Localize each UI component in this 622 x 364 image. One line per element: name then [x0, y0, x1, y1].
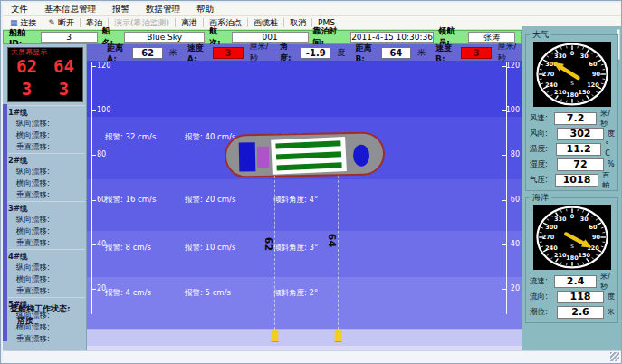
- pressure-value: 1018: [555, 174, 598, 187]
- cable-1-item-1: 横向漂移:: [8, 129, 85, 141]
- alarm-threshold-a: 报警: 32 cm/s: [105, 132, 185, 143]
- cable-4-item-2: 垂直漂移:: [8, 285, 85, 297]
- cable-section-1: 1#缆纵向漂移:横向漂移:垂直漂移:: [8, 105, 85, 153]
- cable-header-1: 1#缆: [8, 107, 85, 118]
- svg-text:90: 90: [592, 71, 600, 78]
- tick-label-right: 120: [506, 62, 520, 70]
- cable-1-item-0: 纵向漂移:: [8, 118, 85, 129]
- svg-text:30: 30: [579, 216, 588, 223]
- toolbar-label: 演示(靠泊监测): [114, 17, 169, 29]
- distance-a-unit: 米: [169, 47, 177, 59]
- speed-b-value: 3: [461, 47, 491, 59]
- display-value-speed-a: 3: [8, 78, 45, 101]
- menu-item-2[interactable]: 报警: [104, 3, 138, 16]
- toolbar-separator: [43, 18, 43, 27]
- big-screen-display: 大屏幕显示 62 64 3 3: [7, 47, 83, 102]
- current-speed-row: 流速:2.4米/秒: [528, 273, 616, 289]
- cable-3-item-2: 垂直漂移:: [8, 237, 85, 249]
- wind-speed-value: 7.2: [554, 112, 597, 125]
- display-value-speed-b: 3: [45, 78, 82, 101]
- tilt-angle-threshold: 倾斜角度: 4°: [273, 195, 318, 204]
- toolbar-cancel[interactable]: 取消: [285, 17, 311, 29]
- menu-item-4[interactable]: 帮助: [188, 3, 222, 16]
- svg-text:270: 270: [541, 234, 554, 241]
- y-axis-left: [91, 62, 92, 314]
- distance-line-a: [274, 176, 275, 330]
- tick-label-left: 100: [97, 107, 110, 114]
- ocean-group-title: 海洋: [530, 193, 551, 202]
- cable-5-item-2: 垂直漂移:: [8, 333, 85, 345]
- wind-speed-unit: 米/秒: [600, 109, 616, 129]
- alarm-threshold-b: 报警: 10 cm/s: [185, 243, 273, 254]
- ocean-group: 海洋 0306090120150180210240270300330S 流速:2…: [525, 197, 618, 323]
- toolbar-label: 离港: [181, 17, 197, 29]
- cable-4-item-0: 纵向漂移:: [8, 262, 85, 273]
- cable-section-4: 4#缆纵向漂移:横向漂移:垂直漂移:: [8, 249, 85, 297]
- toolbar-label: 断开: [58, 17, 74, 29]
- wind-compass-gauge: 0306090120150180210240270300330S: [533, 42, 611, 107]
- tick-label-left: 120: [97, 62, 110, 70]
- ship-name-value[interactable]: Blue Sky: [124, 32, 204, 43]
- tick-mark-right: [502, 244, 506, 245]
- svg-text:210: 210: [554, 89, 567, 96]
- ship-id-value[interactable]: 3: [41, 32, 98, 43]
- chart-band-5: [87, 277, 522, 329]
- display-value-distance-a: 62: [8, 55, 45, 78]
- svg-text:210: 210: [554, 252, 567, 259]
- weather-group: 大气 0306090120150180210240270300330S 风速:7…: [525, 34, 618, 191]
- svg-text:180: 180: [566, 91, 579, 99]
- resize-grip[interactable]: [610, 352, 619, 361]
- svg-text:60: 60: [589, 61, 597, 68]
- cable-2-item-1: 横向漂移:: [8, 177, 85, 189]
- toolbar-separator: [283, 18, 284, 27]
- current-direction-unit: 度: [608, 292, 615, 302]
- tick-mark-left: [92, 66, 96, 67]
- alarm-row-3: 报警: 4 cm/s报警: 5 cm/s倾斜角度: 2°: [105, 288, 318, 299]
- left-edge-strip: [3, 104, 7, 341]
- alarm-threshold-b: 报警: 20 cm/s: [185, 195, 273, 206]
- tick-mark-right: [502, 155, 506, 156]
- cable-section-3: 3#缆纵向漂移:横向漂移:垂直漂移:: [8, 201, 85, 249]
- weather-fields: 风速:7.2米/秒风向:302度温度:11.2° C湿度:72%气压:1018百…: [528, 110, 616, 187]
- alarm-threshold-a: 报警: 16 cm/s: [105, 195, 185, 206]
- alarm-threshold-a: 报警: 4 cm/s: [105, 288, 185, 299]
- svg-text:240: 240: [545, 81, 558, 89]
- current-speed-label: 流速:: [530, 276, 554, 287]
- svg-text:180: 180: [566, 254, 579, 262]
- berthing-plot: 1201201001008080606040402020 报警: 32 cm/s…: [87, 61, 522, 350]
- tide-level-unit: 米: [608, 307, 615, 317]
- ship-deck-hatch: [271, 137, 347, 175]
- pressure-row: 气压:1018百帕: [528, 172, 616, 187]
- tick-mark-left: [92, 244, 96, 245]
- y-axis-right: [506, 62, 507, 314]
- tick-label-right: 40: [511, 241, 520, 248]
- cable-4-item-1: 横向漂移:: [8, 273, 85, 285]
- distance-line-b: [338, 176, 339, 330]
- humidity-value: 72: [557, 158, 604, 171]
- cable-section-2: 2#缆纵向漂移:横向漂移:垂直漂移:: [8, 153, 85, 201]
- display-value-distance-b: 64: [45, 55, 82, 78]
- tide-level-value: 2.6: [557, 306, 604, 319]
- toolbar-depart[interactable]: 离港: [177, 17, 202, 29]
- tilt-angle-threshold: 倾斜角度: 2°: [273, 288, 318, 297]
- wind-speed-label: 风速:: [530, 113, 554, 124]
- alarm-row-1: 报警: 16 cm/s报警: 20 cm/s倾斜角度: 4°: [105, 195, 318, 206]
- svg-text:330: 330: [554, 216, 567, 223]
- voyage-value[interactable]: 001: [232, 32, 309, 43]
- menu-item-1[interactable]: 基本信息管理: [36, 3, 104, 16]
- menu-item-0[interactable]: 文件: [3, 3, 36, 16]
- left-panel: 大屏幕显示 62 64 3 3 1#缆纵向漂移:横向漂移:垂直漂移:2#缆纵向漂…: [3, 44, 87, 350]
- pressure-unit: 百帕: [602, 170, 616, 190]
- berthing-chart-region: 距离A:62米速度A:3厘米/秒角度:-1.9度距离B:64米速度B:3厘米/秒…: [87, 44, 522, 350]
- tick-mark-right: [502, 289, 506, 290]
- gangway-status: 登船梯工作状态: 搭接: [10, 303, 86, 327]
- toolbar-disconnect[interactable]: ✎断开: [44, 17, 80, 29]
- svg-text:0: 0: [569, 213, 574, 220]
- chart-band-4: [87, 231, 522, 277]
- menu-item-3[interactable]: 数据管理: [138, 3, 188, 16]
- chart-band-1: [87, 61, 522, 117]
- berth-time-value[interactable]: 2011-4-15 10:30:36: [350, 32, 434, 43]
- tick-mark-right: [502, 200, 506, 201]
- toolbar-draw-bollard[interactable]: 画缆桩: [249, 17, 282, 29]
- wind-speed-row: 风速:7.2米/秒: [528, 110, 616, 126]
